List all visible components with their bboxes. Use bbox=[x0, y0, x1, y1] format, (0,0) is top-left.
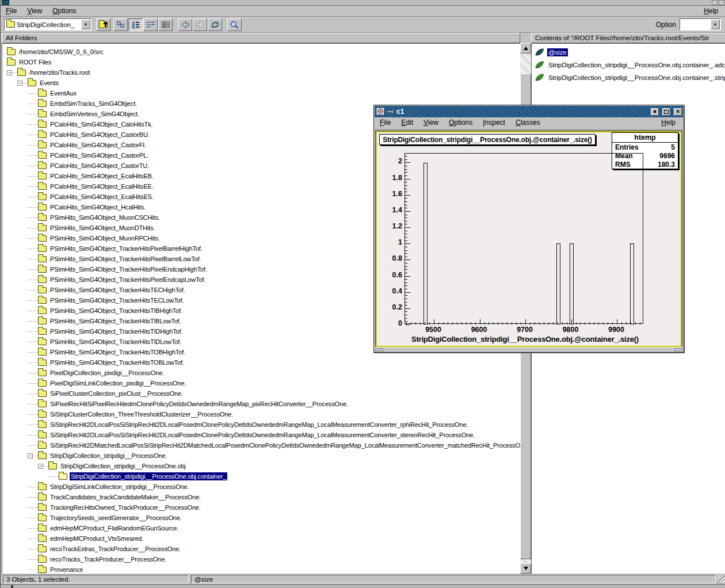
canvas-menu-file[interactable]: File bbox=[375, 117, 396, 128]
tree-item[interactable]: PSimHits_SimG4Object_TrackerHitsPixelBar… bbox=[28, 243, 204, 254]
tree-item[interactable]: PCaloHits_SimG4Object_CastorTU. bbox=[28, 161, 150, 171]
tree-item[interactable]: PSimHits_SimG4Object_TrackerHitsTECHighT… bbox=[28, 285, 186, 295]
tree-item[interactable]: PSimHits_SimG4Object_MuonRPCHits. bbox=[28, 233, 161, 243]
menu-file[interactable]: File bbox=[1, 6, 22, 17]
tree-item[interactable]: SiStripRecHit2DMatchedLocalPosSiStripRec… bbox=[28, 440, 520, 450]
canvas-menu-edit[interactable]: Edit bbox=[396, 117, 418, 128]
histogram-bar[interactable] bbox=[630, 243, 634, 324]
histogram-bar[interactable] bbox=[570, 243, 574, 324]
maximize-icon[interactable] bbox=[712, 0, 718, 5]
tree-item[interactable]: PCaloHits_SimG4Object_CaloHitsTk. bbox=[28, 119, 154, 129]
tree-item[interactable]: recoTrackExtras_TrackProducer__ProcessOn… bbox=[28, 544, 182, 554]
menu-options[interactable]: Options bbox=[47, 6, 81, 17]
up-one-level-button[interactable] bbox=[96, 18, 110, 31]
tree-item[interactable]: PSimHits_SimG4Object_MuonDTHits. bbox=[28, 223, 156, 233]
refresh-button[interactable] bbox=[208, 18, 222, 31]
tree-item[interactable]: −StripDigiCollection_stripdigi__ProcessO… bbox=[28, 450, 168, 461]
tree-item[interactable]: PixelDigiSimLinkCollection_pixdigi__Proc… bbox=[28, 378, 187, 388]
tree-item[interactable]: PixelDigiCollection_pixdigi__ProcessOne. bbox=[28, 368, 165, 378]
minimize-button[interactable] bbox=[651, 108, 659, 116]
plot-frame[interactable] bbox=[405, 153, 643, 324]
canvas-window[interactable]: c1 ✕ FileEditViewOptionsInspectClasses H… bbox=[373, 105, 684, 353]
collapse-toggle-icon[interactable]: − bbox=[7, 70, 12, 75]
canvas-menu-help[interactable]: Help bbox=[656, 117, 681, 128]
chevron-down-icon[interactable]: ▼ bbox=[711, 20, 720, 29]
tree-item[interactable]: SiPixelRecHitSiPixelRecHitedmClonePolicy… bbox=[28, 399, 349, 409]
canvas-menu-inspect[interactable]: Inspect bbox=[478, 117, 510, 128]
contents-item-selected[interactable]: @size bbox=[535, 47, 568, 58]
menu-help[interactable]: Help bbox=[699, 6, 723, 17]
close-button[interactable]: ✕ bbox=[674, 108, 682, 116]
tree-item[interactable]: edmHepMCProduct_FlatRandomEGunSource. bbox=[28, 523, 180, 533]
tree-item[interactable]: PSimHits_SimG4Object_TrackerHitsTOBHighT… bbox=[28, 347, 186, 357]
tree-item[interactable]: PSimHits_SimG4Object_TrackerHitsTECLowTo… bbox=[28, 295, 185, 306]
folder-combobox[interactable]: StripDigiCollection_ ▼ bbox=[4, 18, 91, 30]
tree-item[interactable]: PSimHits_SimG4Object_MuonCSCHits. bbox=[28, 212, 161, 223]
list-view-button[interactable] bbox=[128, 18, 143, 31]
close-icon[interactable] bbox=[719, 0, 724, 5]
details-view-button[interactable] bbox=[158, 18, 173, 31]
tree-item[interactable]: EventAux bbox=[28, 88, 78, 98]
tree-item[interactable]: −/home/zito/Tracks.root bbox=[7, 67, 91, 78]
tree-item[interactable]: PCaloHits_SimG4Object_CastorFI. bbox=[28, 140, 147, 150]
resize-grip[interactable] bbox=[717, 575, 724, 583]
tree-item[interactable]: PCaloHits_SimG4Object_EcalHitsES. bbox=[28, 192, 155, 202]
tree-item[interactable]: StripDigiSimLinkCollection_stripdigi__Pr… bbox=[28, 482, 190, 492]
tree-item[interactable]: EmbdSimTracks_SimG4Object. bbox=[28, 98, 138, 109]
browser-titlebar-partial[interactable] bbox=[1, 0, 725, 6]
small-icons-view-button[interactable] bbox=[113, 18, 128, 31]
histogram-bar[interactable] bbox=[556, 243, 560, 324]
scroll-down-button[interactable] bbox=[520, 563, 531, 574]
tree-item[interactable]: edmHepMCProduct_VtxSmeared. bbox=[28, 533, 144, 544]
tree-item[interactable]: SiStripRecHit2DLocalPosSiStripRecHit2DLo… bbox=[28, 419, 469, 430]
contents-item[interactable]: StripDigiCollection_stripdigi__ProcessOn… bbox=[535, 59, 725, 71]
root-canvas[interactable]: StripDigiCollection_stripdigi__ProcessOn… bbox=[377, 132, 681, 346]
contents-item[interactable]: StripDigiCollection_stripdigi__ProcessOn… bbox=[535, 72, 725, 83]
canvas-menu-options[interactable]: Options bbox=[444, 117, 478, 128]
search-button[interactable] bbox=[227, 18, 242, 31]
maximize-button[interactable] bbox=[662, 108, 670, 116]
collapse-toggle-icon[interactable]: − bbox=[17, 81, 22, 86]
tree-item[interactable]: PSimHits_SimG4Object_TrackerHitsPixelBar… bbox=[28, 254, 202, 264]
tree-item[interactable]: TrackingRecHitsOwned_TrackProducer__Proc… bbox=[28, 502, 202, 513]
option-combobox[interactable]: ▼ bbox=[680, 18, 721, 30]
tree-item[interactable]: PSimHits_SimG4Object_TrackerHitsTOBLowTo… bbox=[28, 357, 185, 368]
histogram-title-pave[interactable]: StripDigiCollection_stripdigi__ProcessOn… bbox=[379, 134, 596, 145]
tree-item[interactable]: PCaloHits_SimG4Object_EcalHitsEB. bbox=[28, 171, 155, 181]
tree-item[interactable]: PSimHits_SimG4Object_TrackerHitsTIDHighT… bbox=[28, 326, 184, 337]
tree-item[interactable]: −Events bbox=[17, 78, 60, 88]
tree-item[interactable]: TrajectorySeeds_seedGenerator__ProcessOn… bbox=[28, 513, 183, 523]
canvas-menu-classes[interactable]: Classes bbox=[510, 117, 545, 128]
tree-item[interactable]: PCaloHits_SimG4Object_CastorPL. bbox=[28, 150, 150, 161]
back-button[interactable] bbox=[178, 18, 192, 31]
histogram-bar[interactable] bbox=[423, 163, 428, 325]
tree-item[interactable]: recoTracks_TrackProducer__ProcessOne. bbox=[28, 554, 167, 564]
tree-item[interactable]: SiStripClusterCollection_ThreeThresholdC… bbox=[28, 409, 234, 419]
tree-item[interactable]: SiPixelClusterCollection_pixClust__Proce… bbox=[28, 388, 184, 399]
tree-item-selected[interactable]: StripDigiCollection_stripdigi__ProcessOn… bbox=[48, 471, 227, 482]
collapse-toggle-icon[interactable]: − bbox=[28, 453, 33, 459]
tree-item[interactable]: PSimHits_SimG4Object_TrackerHitsTIBLowTo… bbox=[28, 316, 182, 326]
tree-item[interactable]: PCaloHits_SimG4Object_CastorBU. bbox=[28, 129, 151, 140]
forward-button[interactable] bbox=[193, 18, 207, 31]
tree-item[interactable]: −StripDigiCollection_stripdigi__ProcessO… bbox=[38, 461, 187, 471]
canvas-menu-view[interactable]: View bbox=[418, 117, 444, 128]
tree-item[interactable]: SiStripRecHit2DLocalPosSiStripRecHit2DLo… bbox=[28, 430, 476, 440]
tree-item[interactable]: PSimHits_SimG4Object_TrackerHitsPixelEnd… bbox=[28, 274, 207, 285]
tree-item[interactable]: PSimHits_SimG4Object_TrackerHitsTIDLowTo… bbox=[28, 337, 182, 347]
tree-item[interactable]: PCaloHits_SimG4Object_HcalHits. bbox=[28, 202, 147, 212]
tree-item[interactable]: PSimHits_SimG4Object_TrackerHitsPixelEnd… bbox=[28, 264, 208, 274]
collapse-toggle-icon[interactable]: − bbox=[38, 464, 43, 469]
tree-item[interactable]: ROOT Files bbox=[7, 57, 52, 67]
tree-item[interactable]: TrackCandidates_trackCandidateMaker__Pro… bbox=[28, 492, 202, 502]
multicolumn-view-button[interactable] bbox=[143, 18, 158, 31]
menu-view[interactable]: View bbox=[22, 6, 47, 17]
tree-item[interactable]: PCaloHits_SimG4Object_EcalHitsEE. bbox=[28, 181, 155, 192]
chevron-down-icon[interactable]: ▼ bbox=[81, 20, 90, 29]
tree-item[interactable]: EmbdSimVertexs_SimG4Object. bbox=[28, 109, 140, 119]
tree-item[interactable]: Provenance bbox=[28, 564, 84, 574]
tree-item[interactable]: PSimHits_SimG4Object_TrackerHitsTIBHighT… bbox=[28, 306, 184, 316]
canvas-window-titlebar[interactable]: c1 ✕ bbox=[375, 106, 683, 117]
scroll-up-button[interactable] bbox=[520, 43, 531, 54]
tree-item[interactable]: /home/zito/CMSSW_0_6_0/src bbox=[7, 47, 105, 57]
